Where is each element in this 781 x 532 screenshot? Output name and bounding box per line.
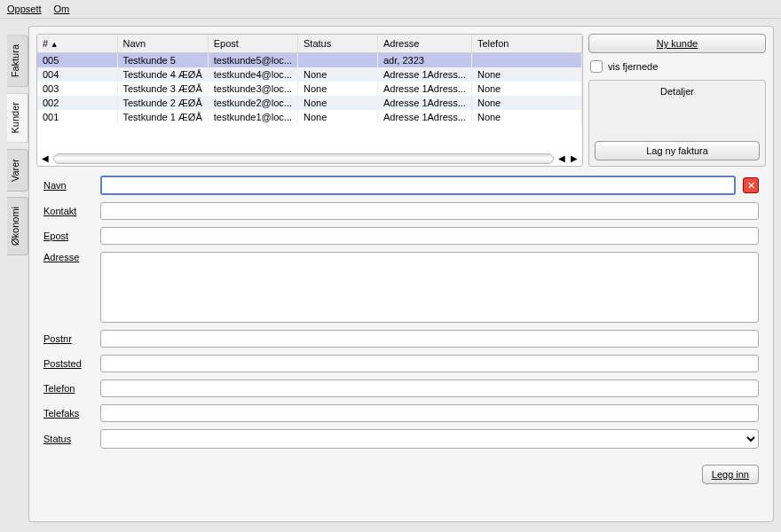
table-header-row: # Navn Epost Status Adresse Telefon [37, 35, 582, 53]
cell-telefon: None [471, 82, 581, 96]
customer-table-wrap: # Navn Epost Status Adresse Telefon 005T… [36, 34, 583, 167]
legg-inn-button[interactable]: Legg inn [702, 465, 759, 484]
col-epost[interactable]: Epost [208, 35, 297, 53]
label-kontakt: Kontakt [43, 206, 93, 216]
vis-fjernede-label: vis fjernede [608, 61, 658, 72]
table-row[interactable]: 002Testkunde 2 ÆØÅtestkunde2@loc...NoneA… [37, 96, 582, 110]
cell-status [298, 53, 378, 68]
scroll-track[interactable] [53, 153, 554, 164]
table-row[interactable]: 001Testkunde 1 ÆØÅtestkunde1@loc...NoneA… [37, 110, 582, 124]
customer-table: # Navn Epost Status Adresse Telefon 005T… [37, 35, 582, 124]
vis-fjernede-row[interactable]: vis fjernede [588, 57, 766, 76]
tab-okonomi[interactable]: Økonomi [7, 197, 28, 255]
cell-status: None [298, 110, 378, 124]
cell-epost: testkunde4@loc... [208, 67, 297, 82]
label-status: Status [43, 434, 93, 444]
upper-row: # Navn Epost Status Adresse Telefon 005T… [36, 34, 766, 167]
menubar: Oppsett Om [0, 0, 781, 19]
input-poststed[interactable] [100, 355, 759, 372]
scroll-right-icon[interactable]: ◀ [557, 154, 566, 163]
table-row[interactable]: 003Testkunde 3 ÆØÅtestkunde3@loc...NoneA… [37, 82, 582, 96]
label-epost: Epost [43, 231, 93, 241]
input-telefon[interactable] [100, 379, 759, 397]
cell-epost: testkunde2@loc... [208, 96, 297, 110]
input-kontakt[interactable] [100, 202, 759, 220]
cell-status: None [298, 67, 378, 82]
menu-om[interactable]: Om [54, 4, 70, 14]
cell-adresse: Adresse 1Adress... [378, 82, 472, 96]
horizontal-scrollbar[interactable]: ◀ ◀ ▶ [37, 152, 582, 166]
cell-telefon: None [471, 110, 581, 124]
cell-id: 004 [37, 67, 117, 82]
tab-faktura[interactable]: Faktura [7, 35, 28, 87]
input-telefaks[interactable] [100, 404, 759, 422]
lag-ny-faktura-button[interactable]: Lag ny faktura [595, 141, 760, 160]
cell-adresse: Adresse 1Adress... [378, 96, 472, 110]
input-postnr[interactable] [100, 330, 759, 348]
cell-navn: Testkunde 4 ÆØÅ [117, 67, 208, 82]
side-column: Ny kunde vis fjernede Detaljer Lag ny fa… [588, 34, 766, 167]
table-row[interactable]: 005Testkunde 5testkunde5@loc...adr, 2323 [37, 53, 582, 68]
bottom-bar: Legg inn [36, 461, 766, 488]
kunder-panel: # Navn Epost Status Adresse Telefon 005T… [28, 26, 774, 522]
main-area: Faktura Kunder Varer Økonomi # Navn Epos… [0, 19, 781, 529]
cell-id: 003 [37, 82, 117, 96]
ny-kunde-button[interactable]: Ny kunde [588, 34, 766, 53]
col-id[interactable]: # [37, 35, 117, 53]
cell-adresse: Adresse 1Adress... [378, 110, 472, 124]
col-status[interactable]: Status [298, 35, 378, 53]
cell-id: 002 [37, 96, 117, 110]
cell-telefon: None [471, 96, 581, 110]
cell-epost: testkunde3@loc... [208, 82, 297, 96]
table-row[interactable]: 004Testkunde 4 ÆØÅtestkunde4@loc...NoneA… [37, 67, 582, 82]
detaljer-label: Detaljer [595, 86, 760, 97]
select-status[interactable] [100, 429, 759, 449]
label-adresse: Adresse [43, 252, 93, 262]
cell-telefon: None [471, 67, 581, 82]
label-poststed: Poststed [43, 358, 93, 369]
cell-telefon [471, 53, 581, 68]
scroll-left-icon[interactable]: ◀ [41, 154, 50, 163]
cell-navn: Testkunde 2 ÆØÅ [117, 96, 208, 110]
label-telefon: Telefon [43, 383, 93, 394]
tab-kunder[interactable]: Kunder [7, 92, 28, 143]
scroll-right2-icon[interactable]: ▶ [570, 154, 579, 163]
cell-adresse: Adresse 1Adress... [378, 67, 472, 82]
label-navn: Navn [43, 180, 93, 191]
menu-oppsett[interactable]: Oppsett [7, 4, 42, 14]
tabstrip: Faktura Kunder Varer Økonomi [7, 26, 28, 522]
tab-varer[interactable]: Varer [7, 149, 28, 192]
cell-navn: Testkunde 1 ÆØÅ [117, 110, 208, 124]
customer-form: Navn✕ Kontakt Epost Adresse Postnr Posts… [36, 172, 766, 456]
cell-status: None [298, 96, 378, 110]
col-adresse[interactable]: Adresse [378, 35, 472, 53]
cell-status: None [298, 82, 378, 96]
detaljer-box: Detaljer Lag ny faktura [588, 80, 766, 167]
label-postnr: Postnr [43, 333, 93, 344]
vis-fjernede-checkbox[interactable] [590, 60, 603, 73]
input-navn[interactable] [100, 176, 736, 195]
cell-navn: Testkunde 3 ÆØÅ [117, 82, 208, 96]
label-telefaks: Telefaks [43, 408, 93, 419]
input-adresse[interactable] [100, 252, 759, 323]
cell-id: 005 [37, 53, 117, 68]
col-navn[interactable]: Navn [117, 35, 208, 53]
cell-adresse: adr, 2323 [378, 53, 472, 68]
cell-navn: Testkunde 5 [117, 53, 208, 68]
delete-button[interactable]: ✕ [743, 177, 759, 193]
input-epost[interactable] [100, 227, 759, 245]
col-telefon[interactable]: Telefon [471, 35, 581, 53]
cell-epost: testkunde1@loc... [208, 110, 297, 124]
cell-epost: testkunde5@loc... [208, 53, 297, 68]
cell-id: 001 [37, 110, 117, 124]
